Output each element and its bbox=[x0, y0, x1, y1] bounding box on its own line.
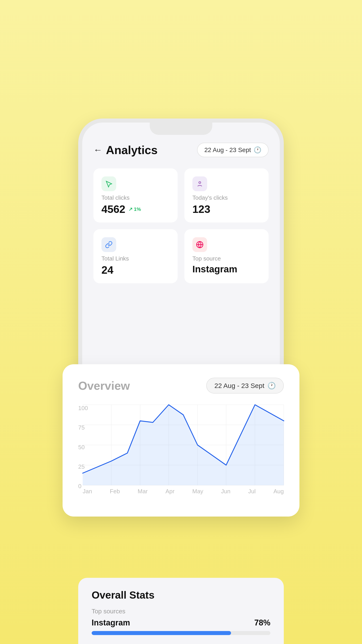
phone-notch bbox=[150, 122, 212, 135]
date-range-text: 22 Aug - 23 Sept bbox=[204, 146, 251, 154]
x-label-aug: Aug bbox=[274, 488, 284, 495]
stat-card-total-links: Total Links 24 bbox=[93, 229, 178, 283]
analytics-header: ← Analytics 22 Aug - 23 Sept 🕐 bbox=[93, 143, 269, 157]
today-clicks-icon bbox=[192, 176, 207, 191]
source-name-instagram: Instagram bbox=[92, 618, 130, 628]
x-label-feb: Feb bbox=[110, 488, 120, 495]
source-row-instagram: Instagram 78% bbox=[92, 618, 270, 628]
overview-clock-icon: 🕐 bbox=[268, 382, 276, 390]
stat-icon-row-3 bbox=[101, 237, 170, 252]
total-clicks-badge: ↗ 1% bbox=[128, 206, 141, 212]
top-source-value: Instagram bbox=[192, 264, 261, 274]
total-links-icon bbox=[101, 237, 116, 252]
stat-card-total-clicks: Total clicks 4562 ↗ 1% bbox=[93, 168, 178, 222]
overview-title: Overview bbox=[78, 379, 130, 392]
top-sources-label: Top sources bbox=[92, 608, 270, 615]
x-label-may: May bbox=[192, 488, 203, 495]
x-label-jan: Jan bbox=[83, 488, 92, 495]
x-label-apr: Apr bbox=[165, 488, 174, 495]
line-chart bbox=[83, 405, 284, 485]
today-clicks-value: 123 bbox=[192, 203, 261, 215]
overall-stats-title: Overall Stats bbox=[92, 589, 270, 601]
total-links-label: Total Links bbox=[101, 255, 170, 262]
progress-fill-instagram bbox=[92, 631, 231, 635]
x-label-jul: Jul bbox=[248, 488, 256, 495]
analytics-title: Analytics bbox=[106, 143, 158, 157]
progress-bar-instagram bbox=[92, 631, 270, 635]
date-range-pill[interactable]: 22 Aug - 23 Sept 🕐 bbox=[197, 143, 269, 157]
x-label-jun: Jun bbox=[221, 488, 230, 495]
overview-card: Overview 22 Aug - 23 Sept 🕐 0 25 50 75 1… bbox=[62, 364, 300, 516]
back-arrow-icon: ← bbox=[93, 145, 102, 155]
top-source-label: Top source bbox=[192, 255, 261, 262]
chart-x-labels: Jan Feb Mar Apr May Jun Jul Aug bbox=[83, 488, 284, 495]
stats-grid: Total clicks 4562 ↗ 1% Today's click bbox=[93, 168, 269, 283]
stat-card-top-source: Top source Instagram bbox=[184, 229, 269, 283]
clock-icon: 🕐 bbox=[254, 146, 261, 154]
source-pct-instagram: 78% bbox=[254, 618, 270, 628]
stat-icon-row-1 bbox=[101, 176, 170, 191]
total-clicks-icon bbox=[101, 176, 116, 191]
stat-card-today-clicks: Today's clicks 123 bbox=[184, 168, 269, 222]
svg-point-0 bbox=[199, 182, 201, 184]
stat-icon-row-4 bbox=[192, 237, 261, 252]
overall-stats-section: Overall Stats Top sources Instagram 78% bbox=[78, 578, 284, 644]
x-label-mar: Mar bbox=[138, 488, 148, 495]
overview-header: Overview 22 Aug - 23 Sept 🕐 bbox=[78, 378, 284, 394]
back-button[interactable]: ← Analytics bbox=[93, 143, 158, 157]
total-links-value: 24 bbox=[101, 264, 170, 276]
today-clicks-label: Today's clicks bbox=[192, 194, 261, 201]
total-clicks-label: Total clicks bbox=[101, 194, 170, 201]
overview-date-pill[interactable]: 22 Aug - 23 Sept 🕐 bbox=[206, 378, 284, 394]
overview-date-text: 22 Aug - 23 Sept bbox=[214, 382, 264, 390]
chart-container: 0 25 50 75 100 bbox=[78, 405, 284, 503]
total-clicks-value: 4562 ↗ 1% bbox=[101, 203, 170, 215]
stat-icon-row-2 bbox=[192, 176, 261, 191]
top-source-icon bbox=[192, 237, 207, 252]
